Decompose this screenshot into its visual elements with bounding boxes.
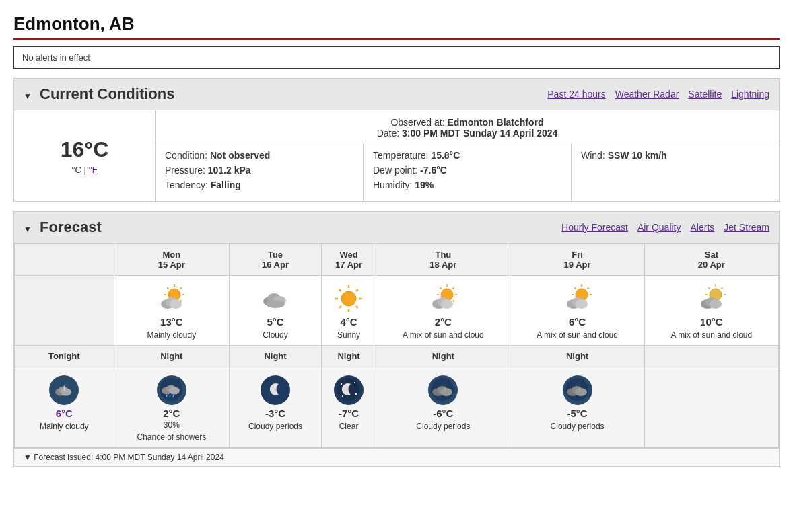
observed-at-label: Observed at: [390, 117, 444, 128]
mon-night-icon [157, 375, 186, 405]
day-header-tue: Tue 16 Apr [230, 244, 322, 276]
wed-high-temp: 4°C [324, 316, 373, 328]
current-conditions-links: Past 24 hours Weather Radar Satellite Li… [547, 89, 769, 100]
sat-day-icon [697, 284, 726, 313]
temperature-column: 16°C °C | °F [14, 110, 156, 201]
city-title: Edmonton, AB [13, 7, 780, 38]
sat-date: 20 Apr [648, 260, 775, 270]
observation-date: 3:00 PM MDT Sunday 14 April 2024 [402, 128, 557, 139]
wed-label: Wed [324, 250, 373, 260]
fri-condition: A mix of sun and cloud [513, 330, 641, 340]
svg-line-51 [708, 287, 710, 289]
alerts-message: No alerts in effect [22, 52, 90, 63]
forecast-day-headers: Mon 15 Apr Tue 16 Apr Wed 17 Apr Thu 18 … [15, 244, 779, 276]
tendency-label: Tendency: [165, 180, 208, 190]
forecast-cell-fri-day: 6°C A mix of sun and cloud [510, 276, 644, 346]
mon-label: Mon [117, 250, 227, 260]
svg-point-55 [710, 299, 722, 309]
humidity-label: Humidity: [373, 180, 412, 190]
triangle-icon: ▼ [24, 91, 32, 101]
condition-label: Condition: [165, 150, 207, 161]
svg-point-11 [170, 299, 182, 309]
wind-value: SSW 10 km/h [608, 150, 667, 161]
tue-condition: Cloudy [232, 330, 318, 340]
weather-radar-link[interactable]: Weather Radar [615, 89, 679, 100]
tue-night-condition: Cloudy periods [232, 422, 318, 431]
fri-night-header: Night [510, 346, 644, 367]
alerts-box: No alerts in effect [13, 46, 780, 69]
thu-label: Thu [379, 250, 507, 260]
svg-line-7 [180, 287, 181, 289]
svg-point-70 [354, 382, 355, 383]
fri-night-icon-svg [565, 377, 590, 403]
tonight-label: Tonight [48, 351, 80, 361]
conditions-body: 16°C °C | °F Observed at: Edmonton Blatc… [14, 110, 779, 201]
mon-night-header: Night [114, 346, 230, 367]
forecast-cell-sat-night [644, 367, 778, 448]
thu-day-icon [428, 284, 458, 313]
svg-line-24 [339, 306, 341, 308]
condition-value: Not observed [210, 150, 270, 161]
fri-night-condition: Cloudy periods [513, 422, 641, 431]
svg-point-45 [576, 299, 588, 309]
forecast-card: ▼ Forecast Hourly Forecast Air Quality A… [13, 211, 780, 467]
tendency-row: Tendency: Falling [165, 180, 353, 190]
wed-night-icon-svg [336, 377, 361, 403]
dew-value: -7.6°C [420, 165, 447, 176]
conditions-details: Observed at: Edmonton Blatchford Date: 3… [156, 110, 779, 201]
thu-night-temp: -6°C [379, 408, 507, 419]
wed-night-header: Night [321, 346, 376, 367]
lightning-link[interactable]: Lightning [731, 89, 769, 100]
fri-night-icon [563, 375, 592, 405]
temp-label: Temperature: [373, 150, 428, 161]
tue-night-icon [261, 375, 290, 405]
svg-line-66 [173, 395, 174, 397]
tonight-condition: Mainly cloudy [18, 422, 111, 431]
svg-line-32 [453, 287, 454, 289]
svg-point-63 [169, 387, 180, 395]
thu-night-icon [428, 375, 458, 405]
dew-label: Dew point: [373, 165, 417, 176]
day-header-fri: Fri 19 Apr [510, 244, 644, 276]
jet-stream-link[interactable]: Jet Stream [724, 222, 769, 233]
wed-condition: Sunny [324, 330, 373, 340]
fahrenheit-link[interactable]: °F [89, 165, 98, 175]
svg-point-15 [266, 300, 285, 308]
tonight-icon-svg [51, 377, 77, 403]
pressure-row: Pressure: 101.2 kPa [165, 165, 353, 176]
thu-night-header: Night [376, 346, 510, 367]
conditions-col-3: Wind: SSW 10 km/h [572, 143, 779, 201]
hourly-forecast-link[interactable]: Hourly Forecast [561, 222, 628, 233]
forecast-header: ▼ Forecast Hourly Forecast Air Quality A… [14, 212, 779, 243]
tue-high-temp: 5°C [232, 316, 318, 328]
mon-condition: Mainly cloudy [117, 330, 227, 340]
wed-night-temp: -7°C [324, 408, 373, 419]
sat-high-temp: 10°C [648, 316, 775, 328]
svg-point-76 [440, 388, 452, 396]
forecast-cell-mon-night: 2°C 30% Chance of showers [114, 367, 230, 448]
alerts-link[interactable]: Alerts [691, 222, 715, 233]
day-header-mon: Mon 15 Apr [114, 244, 230, 276]
unit-separator: | [84, 165, 89, 175]
day-header-sat: Sat 20 Apr [644, 244, 778, 276]
empty-header-cell [15, 244, 114, 276]
air-quality-link[interactable]: Air Quality [637, 222, 681, 233]
svg-point-16 [341, 291, 356, 306]
temp-value: 15.8°C [431, 150, 460, 161]
forecast-cell-thu-day: 2°C A mix of sun and cloud [376, 276, 510, 346]
forecast-table: Mon 15 Apr Tue 16 Apr Wed 17 Apr Thu 18 … [14, 243, 779, 448]
thu-condition: A mix of sun and cloud [379, 330, 507, 340]
mon-date: 15 Apr [117, 260, 227, 270]
svg-line-64 [166, 395, 167, 397]
mon-day-icon [157, 284, 186, 313]
tue-date: 16 Apr [232, 260, 318, 270]
celsius-unit: °C [71, 165, 81, 175]
forecast-cell-tonight: 6°C Mainly cloudy [15, 367, 114, 448]
past-24-hours-link[interactable]: Past 24 hours [547, 89, 605, 100]
thu-high-temp: 2°C [379, 316, 507, 328]
forecast-title: ▼ Forecast [24, 219, 102, 236]
tue-label: Tue [232, 250, 318, 260]
satellite-link[interactable]: Satellite [688, 89, 722, 100]
fri-high-temp: 6°C [513, 316, 641, 328]
wed-date: 17 Apr [324, 260, 373, 270]
